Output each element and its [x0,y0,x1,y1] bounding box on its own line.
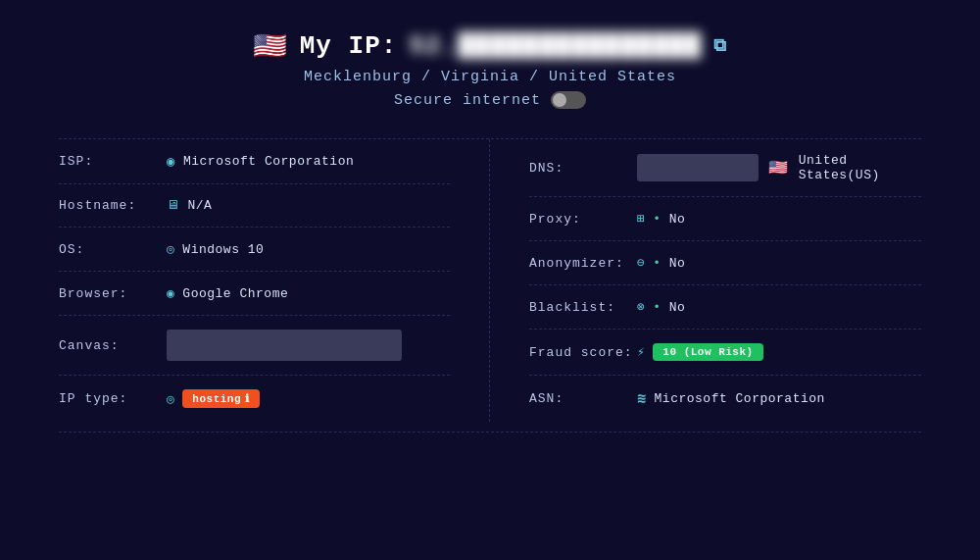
country-flag: 🇺🇸 [253,29,288,63]
canvas-row: Canvas: [59,316,450,376]
isp-icon: ◉ [167,153,175,170]
iptype-value: ◎ hosting ℹ [167,389,260,408]
asn-icon: ≋ [637,389,647,408]
anonymizer-row: Anonymizer: ⊖ • No [529,241,921,285]
browser-value: ◉ Google Chrome [167,285,288,301]
blacklist-label: Blacklist: [529,300,637,315]
header-section: 🇺🇸 My IP: 52.███████████████ ⧉ Mecklenbu… [253,29,727,109]
blacklist-text: No [669,300,686,315]
fraud-value: ⚡ 10 (Low Risk) [637,343,763,361]
iptype-icon: ◎ [167,391,174,407]
main-container: 🇺🇸 My IP: 52.███████████████ ⧉ Mecklenbu… [0,0,980,560]
proxy-dot: • [653,212,661,227]
hostname-icon: 🖥 [167,198,180,213]
os-label: OS: [59,242,167,257]
os-icon: ◎ [167,241,174,257]
dns-country: United States(US) [799,153,921,182]
copy-icon[interactable]: ⧉ [713,36,727,56]
left-panel: ISP: ◉ Microsoft Corporation Hostname: 🖥… [59,139,490,422]
main-grid: ISP: ◉ Microsoft Corporation Hostname: 🖥… [59,138,921,422]
isp-label: ISP: [59,154,167,169]
os-row: OS: ◎ Windows 10 [59,228,450,272]
asn-value: ≋ Microsoft Corporation [637,389,825,408]
secure-toggle[interactable] [551,91,586,109]
proxy-icon: ⊞ [637,211,645,227]
proxy-value: ⊞ • No [637,211,685,227]
browser-row: Browser: ◉ Google Chrome [59,272,450,316]
secure-label: Secure internet [394,92,541,109]
dns-row: DNS: 🇺🇸 United States(US) [529,139,921,197]
hostname-label: Hostname: [59,198,167,213]
hosting-info-icon: ℹ [245,392,250,405]
dns-flag: 🇺🇸 [768,158,789,178]
isp-text: Microsoft Corporation [183,154,354,169]
browser-icon: ◉ [167,285,174,301]
dns-value: 🇺🇸 United States(US) [637,153,921,182]
asn-row: ASN: ≋ Microsoft Corporation [529,376,921,422]
browser-label: Browser: [59,286,167,301]
ip-row: 🇺🇸 My IP: 52.███████████████ ⧉ [253,29,727,63]
anonymizer-text: No [669,256,686,271]
canvas-value [167,330,402,361]
canvas-blurred [167,330,402,361]
location-text: Mecklenburg / Virginia / United States [304,69,676,85]
browser-text: Google Chrome [182,286,288,301]
proxy-text: No [669,212,686,227]
iptype-row: IP type: ◎ hosting ℹ [59,376,450,422]
blacklist-dot: • [653,300,661,315]
asn-text: Microsoft Corporation [655,391,825,406]
isp-row: ISP: ◉ Microsoft Corporation [59,139,450,184]
blacklist-value: ⊗ • No [637,299,685,315]
fraud-row: Fraud score: ⚡ 10 (Low Risk) [529,330,921,376]
anonymizer-dot: • [653,256,661,271]
dns-blurred [637,154,759,181]
fraud-badge: 10 (Low Risk) [653,343,762,361]
hostname-row: Hostname: 🖥 N/A [59,184,450,228]
fraud-label: Fraud score: [529,345,637,360]
os-value: ◎ Windows 10 [167,241,264,257]
blacklist-icon: ⊗ [637,299,645,315]
dns-label: DNS: [529,161,637,176]
hostname-value: 🖥 N/A [167,198,212,213]
bottom-divider [59,432,921,433]
hosting-text: hosting [192,393,241,405]
anonymizer-label: Anonymizer: [529,256,637,271]
hostname-text: N/A [188,198,213,213]
anonymizer-icon: ⊖ [637,255,645,271]
secure-row: Secure internet [394,91,586,109]
anonymizer-value: ⊖ • No [637,255,685,271]
proxy-row: Proxy: ⊞ • No [529,197,921,241]
hosting-badge: hosting ℹ [182,389,259,408]
iptype-label: IP type: [59,391,167,406]
right-panel: DNS: 🇺🇸 United States(US) Proxy: ⊞ • No … [490,139,921,422]
ip-value: 52.███████████████ [409,31,702,61]
isp-value: ◉ Microsoft Corporation [167,153,354,170]
fraud-icon: ⚡ [637,344,645,360]
ip-label: My IP: [300,31,398,61]
os-text: Windows 10 [182,242,264,257]
blacklist-row: Blacklist: ⊗ • No [529,285,921,330]
proxy-label: Proxy: [529,212,637,227]
canvas-label: Canvas: [59,338,167,353]
asn-label: ASN: [529,391,637,406]
